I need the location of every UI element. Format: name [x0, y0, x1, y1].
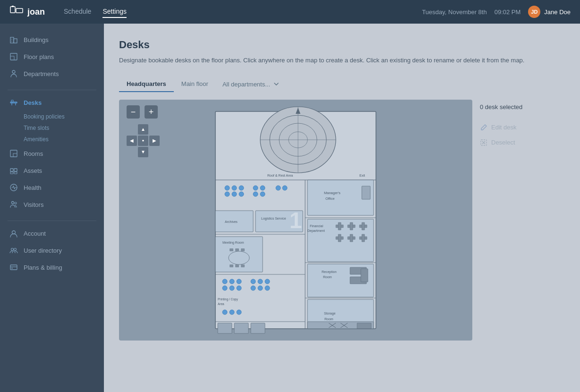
sidebar-item-health[interactable]: Health: [0, 179, 104, 196]
svg-rect-107: [350, 234, 353, 242]
svg-point-22: [15, 202, 17, 204]
deselect-action[interactable]: Deselect: [480, 135, 565, 150]
logo-text: joan: [27, 7, 45, 17]
svg-text:Logistics Service: Logistics Service: [261, 217, 286, 221]
svg-point-43: [232, 186, 237, 190]
svg-rect-7: [10, 53, 17, 60]
account-icon: [9, 229, 18, 238]
floorplans-label: Floor plans: [24, 53, 54, 60]
edit-desk-action[interactable]: Edit desk: [480, 120, 565, 135]
svg-rect-67: [241, 264, 245, 267]
svg-text:Printing / Copy: Printing / Copy: [218, 298, 238, 301]
rooms-icon: [9, 149, 18, 158]
svg-point-80: [265, 286, 270, 290]
sidebar-item-rooms[interactable]: Rooms: [0, 145, 104, 162]
svg-point-69: [222, 279, 227, 284]
svg-point-10: [12, 70, 15, 73]
sidebar-sub-amenities[interactable]: Amenities: [24, 134, 104, 145]
tab-all-departments[interactable]: All departments...: [216, 77, 286, 92]
billing-label: Plans & billing: [24, 264, 62, 271]
floorplan-svg[interactable]: Roof & Rest Area Exit: [119, 100, 472, 341]
departments-icon: [9, 69, 18, 78]
svg-text:Area: Area: [218, 302, 224, 306]
svg-rect-109: [362, 234, 365, 242]
desks-icon: [9, 98, 18, 107]
sidebar-item-user-directory[interactable]: User directory: [0, 242, 104, 259]
svg-point-77: [265, 279, 270, 284]
sidebar-item-desks[interactable]: Desks: [0, 94, 104, 111]
svg-point-24: [11, 248, 14, 251]
svg-point-83: [222, 310, 227, 315]
svg-rect-93: [362, 186, 370, 199]
user-menu[interactable]: JD Jane Doe: [528, 6, 571, 18]
main-layout: Buildings Floor plans Departments: [0, 24, 580, 392]
sidebar-sub-time-slots[interactable]: Time slots: [24, 122, 104, 134]
svg-point-71: [237, 279, 241, 284]
pan-center-button[interactable]: ●: [138, 136, 148, 146]
svg-rect-88: [234, 323, 248, 333]
svg-text:Department: Department: [307, 229, 325, 233]
svg-text:Financial: Financial: [310, 224, 323, 228]
nav-settings[interactable]: Settings: [102, 6, 127, 18]
edit-desk-label: Edit desk: [491, 124, 516, 131]
sidebar-item-account[interactable]: Account: [0, 225, 104, 242]
tab-headquarters[interactable]: Headquarters: [119, 77, 174, 92]
floor-plan-svg[interactable]: Roof & Rest Area Exit: [201, 102, 390, 338]
visitors-label: Visitors: [24, 201, 43, 208]
svg-point-50: [253, 192, 258, 196]
svg-rect-126: [357, 323, 371, 329]
departments-label: Departments: [24, 70, 59, 77]
right-panel: 0 desk selected Edit desk Deselect: [480, 100, 565, 150]
sidebar-item-departments[interactable]: Departments: [0, 65, 104, 82]
date-display: Tuesday, November 8th: [422, 9, 486, 16]
floorplans-icon: [9, 52, 18, 61]
sidebar-item-billing[interactable]: Plans & billing: [0, 259, 104, 276]
svg-point-48: [253, 186, 258, 190]
svg-rect-99: [338, 222, 341, 230]
health-label: Health: [24, 184, 42, 191]
svg-point-84: [230, 310, 234, 315]
rooms-label: Rooms: [24, 150, 43, 157]
tab-main-floor[interactable]: Main floor: [174, 77, 216, 92]
pan-right-button[interactable]: ▶: [149, 136, 160, 146]
sidebar-section-1: Buildings Floor plans Departments: [0, 31, 104, 86]
sidebar-item-assets[interactable]: Assets: [0, 162, 104, 179]
floorplan-container[interactable]: − + ▲ ◀ ● ▶ ▼ 1: [119, 100, 472, 341]
visitors-icon: [9, 200, 18, 209]
sidebar-item-visitors[interactable]: Visitors: [0, 196, 104, 213]
svg-rect-1: [12, 6, 14, 7]
svg-rect-101: [350, 222, 353, 230]
svg-rect-65: [230, 264, 233, 267]
sidebar-divider-1: [8, 90, 96, 90]
svg-rect-103: [362, 222, 365, 230]
pan-left-button[interactable]: ◀: [127, 136, 137, 146]
svg-point-70: [230, 279, 234, 284]
nav-schedule[interactable]: Schedule: [64, 6, 91, 18]
zoom-plus-button[interactable]: +: [145, 105, 158, 119]
logo[interactable]: joan: [9, 5, 45, 19]
svg-rect-26: [10, 265, 17, 270]
svg-rect-3: [10, 37, 14, 43]
svg-point-75: [251, 279, 256, 284]
svg-rect-66: [235, 264, 239, 267]
svg-point-79: [258, 286, 263, 290]
pan-down-button[interactable]: ▼: [138, 147, 148, 157]
svg-text:Meeting Room: Meeting Room: [222, 241, 244, 245]
floorplan-wrapper: − + ▲ ◀ ● ▶ ▼ 1: [119, 100, 565, 341]
sidebar-section-2: Desks Booking policies Time slots Amenit…: [0, 94, 104, 217]
sidebar-sub-booking-policies[interactable]: Booking policies: [24, 111, 104, 122]
pan-up-button[interactable]: ▲: [138, 124, 148, 135]
svg-text:Manager's: Manager's: [324, 191, 341, 195]
avatar: JD: [528, 6, 540, 18]
zoom-minus-button[interactable]: −: [127, 105, 140, 119]
sidebar-item-buildings[interactable]: Buildings: [0, 31, 104, 48]
svg-text:Office: Office: [325, 196, 334, 201]
svg-point-21: [12, 202, 14, 204]
svg-point-78: [251, 286, 256, 290]
sidebar-item-floorplans[interactable]: Floor plans: [0, 48, 104, 65]
svg-text:Room: Room: [324, 317, 333, 321]
svg-rect-62: [230, 248, 233, 251]
tabs-bar: Headquarters Main floor All departments.…: [119, 77, 565, 92]
svg-rect-116: [361, 269, 368, 282]
desks-label: Desks: [24, 99, 42, 106]
